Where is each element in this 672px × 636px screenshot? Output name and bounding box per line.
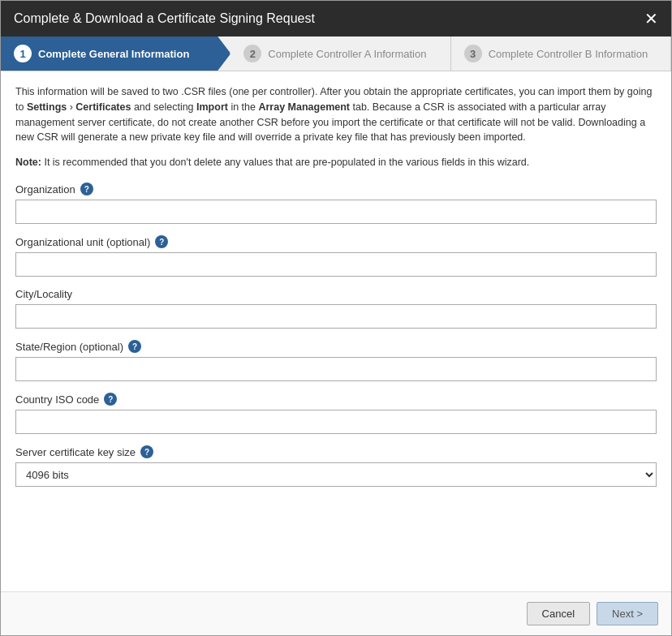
org-unit-help-icon[interactable]: ? — [155, 235, 168, 248]
org-unit-input[interactable] — [15, 252, 657, 277]
close-button[interactable]: ✕ — [644, 11, 658, 27]
step-1-label: Complete General Information — [38, 48, 189, 60]
organization-help-icon[interactable]: ? — [80, 183, 93, 196]
step-2-label: Complete Controller A Information — [268, 48, 426, 60]
step-3-label: Complete Controller B Information — [489, 48, 648, 60]
country-help-icon[interactable]: ? — [104, 393, 117, 406]
step-2[interactable]: 2 Complete Controller A Information — [230, 37, 450, 71]
org-unit-group: Organizational unit (optional) ? — [15, 235, 657, 277]
city-label: City/Locality — [15, 288, 657, 300]
step-3-number: 3 — [464, 45, 482, 62]
dialog-footer: Cancel Next > — [1, 591, 671, 635]
csr-dialog: Complete & Download a Certificate Signin… — [0, 0, 672, 636]
note-text: Note: It is recommended that you don't d… — [15, 157, 657, 168]
wizard-steps: 1 Complete General Information 2 Complet… — [1, 37, 671, 71]
organization-group: Organization ? — [15, 183, 657, 224]
step-3[interactable]: 3 Complete Controller B Information — [451, 37, 671, 71]
keysize-select[interactable]: 2048 bits 3072 bits 4096 bits — [15, 462, 657, 487]
next-button[interactable]: Next > — [597, 602, 658, 625]
organization-label: Organization ? — [15, 183, 657, 196]
country-group: Country ISO code ? — [15, 393, 657, 434]
cancel-button[interactable]: Cancel — [527, 602, 590, 625]
state-group: State/Region (optional) ? — [15, 340, 657, 381]
keysize-help-icon[interactable]: ? — [140, 445, 153, 458]
city-group: City/Locality — [15, 288, 657, 329]
state-input[interactable] — [15, 357, 657, 381]
keysize-group: Server certificate key size ? 2048 bits … — [15, 445, 657, 487]
org-unit-label: Organizational unit (optional) ? — [15, 235, 657, 248]
info-paragraph: This information will be saved to two .C… — [15, 84, 657, 145]
dialog-body: This information will be saved to two .C… — [1, 71, 671, 591]
country-label: Country ISO code ? — [15, 393, 657, 406]
keysize-label: Server certificate key size ? — [15, 445, 657, 458]
step-1-number: 1 — [14, 45, 32, 62]
organization-input[interactable] — [15, 200, 657, 224]
state-help-icon[interactable]: ? — [128, 340, 141, 353]
dialog-title: Complete & Download a Certificate Signin… — [14, 11, 315, 26]
step-2-number: 2 — [243, 45, 261, 62]
dialog-header: Complete & Download a Certificate Signin… — [1, 1, 671, 37]
step-1[interactable]: 1 Complete General Information — [1, 37, 230, 71]
city-input[interactable] — [15, 304, 657, 329]
state-label: State/Region (optional) ? — [15, 340, 657, 353]
country-input[interactable] — [15, 410, 657, 434]
